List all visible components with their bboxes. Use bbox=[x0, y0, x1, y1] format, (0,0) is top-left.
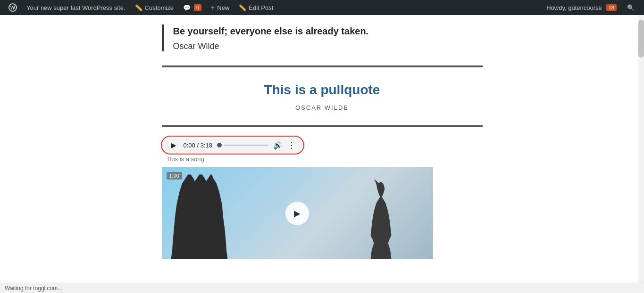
edit-post-button[interactable]: ✏️ Edit Post bbox=[234, 0, 278, 15]
customize-label: Customize bbox=[145, 4, 174, 11]
audio-time: 0:00 / 3:18 bbox=[184, 142, 212, 149]
new-button[interactable]: + New bbox=[206, 0, 234, 15]
status-bar: Waiting for toggl.com... bbox=[0, 283, 644, 293]
edit-icon: ✏️ bbox=[239, 4, 246, 11]
video-thumbnail: ▶ 1:00 bbox=[162, 167, 433, 259]
audio-player[interactable]: ▶ 0:00 / 3:18 🔊 ⋮ bbox=[162, 137, 303, 154]
volume-button[interactable]: 🔊 bbox=[273, 141, 283, 150]
pencil-icon: ✏️ bbox=[135, 4, 142, 11]
site-name-link[interactable]: Your new super fast WordPress site. bbox=[22, 0, 130, 15]
video-overlay: ▶ bbox=[162, 167, 433, 259]
pullquote-author: OSCAR WILDE bbox=[171, 104, 473, 111]
audio-caption: This is a song bbox=[167, 155, 204, 163]
video-play-button[interactable]: ▶ bbox=[285, 202, 309, 225]
pullquote-section: This is a pullquote OSCAR WILDE bbox=[162, 65, 483, 127]
comment-count: 0 bbox=[194, 4, 201, 11]
content-area: Be yourself; everyone else is already ta… bbox=[152, 15, 492, 259]
page-content: Be yourself; everyone else is already ta… bbox=[0, 15, 644, 293]
pullquote-text: This is a pullquote bbox=[171, 81, 473, 98]
customize-button[interactable]: ✏️ Customize bbox=[130, 0, 178, 15]
audio-play-button[interactable]: ▶ bbox=[169, 140, 179, 150]
new-label: New bbox=[217, 4, 229, 11]
scrollbar-thumb[interactable] bbox=[638, 20, 644, 57]
site-name-text: Your new super fast WordPress site. bbox=[26, 4, 125, 11]
admin-bar: W Your new super fast WordPress site. ✏️… bbox=[0, 0, 644, 15]
wp-logo-icon: W bbox=[8, 3, 17, 12]
video-duration-badge: 1:00 bbox=[167, 172, 182, 179]
wp-logo-button[interactable]: W bbox=[4, 0, 22, 15]
admin-bar-right: Howdy, gutencourse 18 🔍 bbox=[542, 0, 640, 15]
blockquote-section: Be yourself; everyone else is already ta… bbox=[162, 24, 483, 51]
howdy-badge: 18 bbox=[606, 4, 617, 11]
edit-post-label: Edit Post bbox=[249, 4, 273, 11]
search-button[interactable]: 🔍 bbox=[621, 0, 640, 15]
progress-dot bbox=[217, 143, 222, 147]
search-icon: 🔍 bbox=[627, 4, 635, 11]
more-options-button[interactable]: ⋮ bbox=[287, 141, 296, 149]
audio-player-wrapper: ▶ 0:00 / 3:18 🔊 ⋮ This is a song bbox=[162, 137, 483, 163]
video-section: ▶ 1:00 bbox=[162, 167, 433, 259]
howdy-text: Howdy, gutencourse bbox=[546, 4, 602, 11]
scrollbar[interactable] bbox=[638, 15, 644, 293]
plus-icon: + bbox=[211, 4, 215, 11]
comments-button[interactable]: 💬 0 bbox=[178, 0, 206, 15]
status-text: Waiting for toggl.com... bbox=[5, 285, 62, 292]
audio-progress-bar[interactable] bbox=[217, 143, 268, 147]
progress-bar-background bbox=[224, 145, 268, 146]
blockquote-text: Be yourself; everyone else is already ta… bbox=[173, 24, 483, 38]
howdy-button[interactable]: Howdy, gutencourse 18 bbox=[542, 0, 621, 15]
blockquote-author: Oscar Wilde bbox=[173, 41, 483, 51]
comment-icon: 💬 bbox=[183, 4, 191, 11]
